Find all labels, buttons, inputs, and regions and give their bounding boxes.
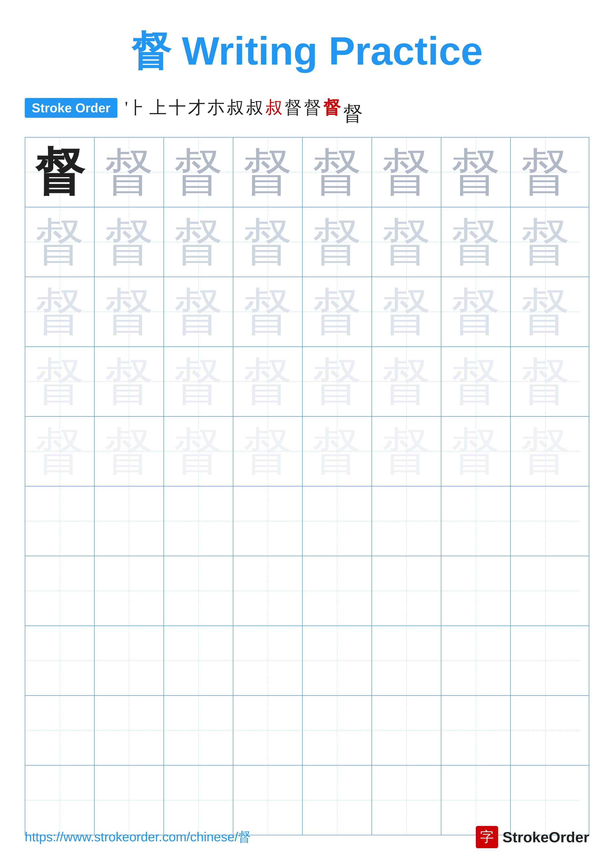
grid-cell-empty[interactable]: [511, 766, 580, 835]
grid-cell-4-3[interactable]: 督: [164, 347, 233, 416]
grid-cell-3-8[interactable]: 督: [511, 277, 580, 346]
grid-cell-3-6[interactable]: 督: [372, 277, 441, 346]
grid-cell-4-8[interactable]: 督: [511, 347, 580, 416]
grid-cell-3-3[interactable]: 督: [164, 277, 233, 346]
grid-cell-empty[interactable]: [95, 626, 164, 695]
grid-cell-1-7[interactable]: 督: [441, 138, 511, 207]
grid-cell-empty[interactable]: [441, 766, 511, 835]
grid-cell-empty[interactable]: [164, 626, 233, 695]
grid-cell-empty[interactable]: [511, 487, 580, 556]
stroke-5: 才: [188, 98, 205, 117]
grid-cell-empty[interactable]: [372, 626, 441, 695]
grid-cell-empty[interactable]: [233, 556, 303, 626]
grid-cell-empty[interactable]: [25, 626, 95, 695]
grid-cell-empty[interactable]: [164, 696, 233, 765]
char-light: 督: [312, 217, 362, 267]
char-lightest: 督: [174, 357, 223, 406]
grid-cell-empty[interactable]: [511, 696, 580, 765]
logo-text: StrokeOrder: [502, 829, 589, 846]
char-dark: 督: [35, 147, 84, 197]
grid-cell-empty[interactable]: [233, 766, 303, 835]
grid-cell-4-2[interactable]: 督: [95, 347, 164, 416]
grid-cell-3-5[interactable]: 督: [303, 277, 372, 346]
grid-cell-empty[interactable]: [511, 626, 580, 695]
grid-cell-4-6[interactable]: 督: [372, 347, 441, 416]
grid-row-4: 督 督 督 督 督 督 督 督: [25, 347, 589, 417]
grid-cell-empty[interactable]: [95, 696, 164, 765]
grid-cell-2-3[interactable]: 督: [164, 207, 233, 277]
char-faint: 督: [312, 426, 362, 476]
stroke-4: 十: [169, 98, 186, 117]
grid-cell-empty[interactable]: [164, 766, 233, 835]
grid-cell-empty[interactable]: [441, 556, 511, 626]
grid-cell-empty[interactable]: [303, 766, 372, 835]
grid-cell-4-5[interactable]: 督: [303, 347, 372, 416]
grid-cell-2-4[interactable]: 督: [233, 207, 303, 277]
grid-cell-empty[interactable]: [303, 626, 372, 695]
grid-cell-5-1[interactable]: 督: [25, 417, 95, 486]
grid-cell-empty[interactable]: [164, 556, 233, 626]
grid-cell-2-1[interactable]: 督: [25, 207, 95, 277]
grid-cell-empty[interactable]: [441, 696, 511, 765]
grid-cell-empty[interactable]: [95, 766, 164, 835]
grid-cell-3-7[interactable]: 督: [441, 277, 511, 346]
grid-cell-4-1[interactable]: 督: [25, 347, 95, 416]
grid-cell-5-6[interactable]: 督: [372, 417, 441, 486]
grid-cell-empty[interactable]: [95, 556, 164, 626]
char-light: 督: [104, 217, 154, 267]
grid-cell-1-8[interactable]: 督: [511, 138, 580, 207]
grid-cell-empty[interactable]: [233, 696, 303, 765]
grid-cell-3-1[interactable]: 督: [25, 277, 95, 346]
char-medium: 督: [382, 147, 431, 197]
grid-cell-2-5[interactable]: 督: [303, 207, 372, 277]
stroke-sequence: ' ⺊ 上 十 才 朩 叔 叔 叔 督 督 督: [125, 98, 340, 117]
grid-cell-empty[interactable]: [441, 626, 511, 695]
char-faint: 督: [104, 426, 154, 476]
grid-cell-empty[interactable]: [372, 696, 441, 765]
grid-cell-5-3[interactable]: 督: [164, 417, 233, 486]
footer-url[interactable]: https://www.strokeorder.com/chinese/督: [25, 828, 251, 846]
grid-cell-2-2[interactable]: 督: [95, 207, 164, 277]
grid-cell-3-2[interactable]: 督: [95, 277, 164, 346]
grid-cell-2-8[interactable]: 督: [511, 207, 580, 277]
grid-cell-5-5[interactable]: 督: [303, 417, 372, 486]
grid-cell-empty[interactable]: [303, 696, 372, 765]
grid-cell-2-7[interactable]: 督: [441, 207, 511, 277]
char-lightest: 督: [382, 357, 431, 406]
grid-cell-5-4[interactable]: 督: [233, 417, 303, 486]
char-lighter: 督: [451, 287, 501, 336]
grid-cell-empty[interactable]: [25, 556, 95, 626]
grid-cell-empty[interactable]: [95, 487, 164, 556]
page: 督 Writing Practice Stroke Order ' ⺊ 上 十 …: [0, 0, 614, 868]
grid-cell-empty[interactable]: [441, 487, 511, 556]
grid-cell-empty[interactable]: [25, 487, 95, 556]
grid-cell-5-8[interactable]: 督: [511, 417, 580, 486]
grid-cell-4-7[interactable]: 督: [441, 347, 511, 416]
grid-cell-empty[interactable]: [372, 487, 441, 556]
char-lightest: 督: [312, 357, 362, 406]
grid-cell-5-7[interactable]: 督: [441, 417, 511, 486]
grid-cell-1-2[interactable]: 督: [95, 138, 164, 207]
grid-cell-4-4[interactable]: 督: [233, 347, 303, 416]
footer-logo: 字 StrokeOrder: [476, 826, 589, 848]
char-light: 督: [521, 217, 570, 267]
grid-cell-5-2[interactable]: 督: [95, 417, 164, 486]
grid-cell-empty[interactable]: [303, 556, 372, 626]
grid-cell-2-6[interactable]: 督: [372, 207, 441, 277]
grid-cell-1-5[interactable]: 督: [303, 138, 372, 207]
grid-cell-1-3[interactable]: 督: [164, 138, 233, 207]
grid-cell-1-1[interactable]: 督: [25, 138, 95, 207]
grid-cell-empty[interactable]: [511, 556, 580, 626]
grid-cell-empty[interactable]: [164, 487, 233, 556]
grid-cell-empty[interactable]: [233, 487, 303, 556]
grid-cell-empty[interactable]: [372, 766, 441, 835]
grid-cell-empty[interactable]: [303, 487, 372, 556]
grid-cell-1-6[interactable]: 督: [372, 138, 441, 207]
grid-cell-empty[interactable]: [233, 626, 303, 695]
grid-cell-3-4[interactable]: 督: [233, 277, 303, 346]
grid-cell-empty[interactable]: [372, 556, 441, 626]
grid-cell-1-4[interactable]: 督: [233, 138, 303, 207]
grid-cell-empty[interactable]: [25, 766, 95, 835]
grid-cell-empty[interactable]: [25, 696, 95, 765]
stroke-3: 上: [149, 98, 167, 117]
